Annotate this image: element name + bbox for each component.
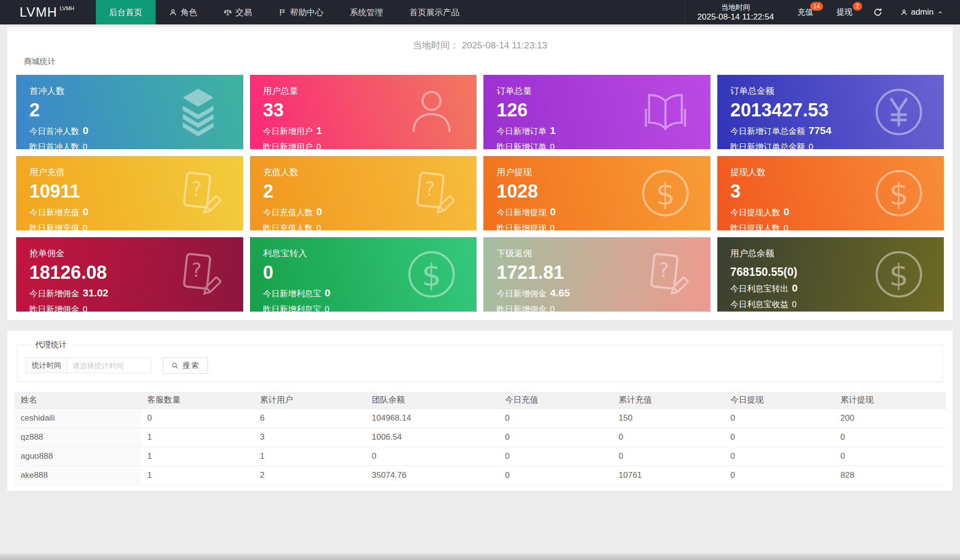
content-local-time: 当地时间： 2025-08-14 11:23:13 (16, 39, 944, 52)
table-row[interactable]: ceshidaili 0 6 104968.14 0 150 0 200 (14, 408, 946, 427)
refresh-icon (873, 7, 883, 17)
nav-system[interactable]: 系统管理 (337, 0, 396, 24)
brand-logo-text: LVMH (20, 5, 57, 20)
cell: 0 (724, 427, 834, 447)
cell: 3 (253, 427, 365, 447)
open-book-icon (639, 86, 692, 138)
refresh-button[interactable] (864, 0, 891, 24)
col-total-users: 累计用户 (253, 392, 365, 408)
cell: 0 (612, 447, 724, 466)
table-row[interactable]: qz888 1 3 1006.54 0 0 0 0 (14, 427, 946, 447)
cell: 828 (834, 466, 946, 485)
stat-card-order-commission: 抢单佣金 18126.08 今日新增佣金31.02 昨日新增佣金0 (16, 237, 243, 312)
top-bar: LVMHLVMH 后台首页 角色 交易 帮助中心 系统管理 首页展示产品 当地时… (0, 0, 960, 24)
document-edit-icon (172, 167, 225, 220)
col-total-withdraw: 累计提现 (834, 392, 946, 408)
stat-card-first-charge-users: 首冲人数 2 今日首冲人数0 昨日首冲人数0 (16, 75, 243, 149)
stat-card-interest-transfer-in: 利息宝转入 0 今日新增利息宝0 昨日新增利息宝0 (250, 237, 477, 312)
user-icon (900, 9, 908, 16)
card-yesterday-line: 昨日新增用户0 (263, 141, 477, 149)
cell: 0 (499, 427, 612, 447)
content-time-value: 2025-08-14 11:23:13 (462, 40, 548, 50)
chevron-up-icon (937, 9, 943, 16)
recharge-badge: 14 (810, 2, 823, 11)
horizontal-scrollbar[interactable] (0, 554, 960, 560)
document-edit-icon (639, 248, 692, 301)
document-edit-icon (405, 167, 458, 220)
nav-system-label: 系统管理 (350, 7, 383, 18)
stat-card-total-orders: 订单总量 126 今日新增订单1 昨日新增订单0 (483, 75, 710, 149)
nav-trade[interactable]: 交易 (210, 0, 265, 24)
agent-legend: 代理统计 (30, 340, 71, 350)
stats-section-title: 商城统计 (24, 57, 944, 67)
table-header-row: 姓名 客服数量 累计用户 团队余额 今日充值 累计充值 今日提现 累计提现 (14, 392, 946, 408)
col-today-recharge: 今日充值 (499, 392, 612, 408)
scales-icon (224, 8, 232, 17)
cell: 0 (834, 427, 946, 447)
cell: 0 (724, 447, 834, 466)
stat-time-group: 统计时间 (25, 358, 151, 373)
nav-home[interactable]: 后台首页 (96, 0, 156, 24)
agent-panel: 代理统计 统计时间 搜索 姓名 客服数量 累计用户 团队余额 今日充值 累 (7, 331, 953, 491)
col-name: 姓名 (14, 392, 141, 408)
cell: 0 (834, 447, 946, 466)
username: admin (911, 7, 934, 17)
header-local-time-value: 2025-08-14 11:22:54 (697, 12, 774, 22)
stat-card-user-recharge: 用户充值 10911 今日新增充值0 昨日新增充值0 (16, 156, 243, 230)
col-team-balance: 团队余额 (366, 392, 499, 408)
brand-logo-sup: LVMH (60, 5, 74, 11)
flag-icon (278, 8, 287, 17)
cell: 6 (253, 408, 365, 427)
card-yesterday-line: 昨日新增利息宝0 (263, 304, 477, 312)
cell: 104968.14 (366, 408, 499, 427)
dollar-circle-icon (639, 167, 692, 220)
stat-card-withdraw-users: 提现人数 3 今日提现人数0 昨日提现人数0 (717, 156, 944, 230)
agent-fieldset: 代理统计 统计时间 搜索 (17, 340, 943, 382)
card-yesterday-line: 昨日新增佣金0 (497, 304, 710, 312)
nav-help-label: 帮助中心 (290, 7, 323, 18)
brand-logo[interactable]: LVMHLVMH (0, 0, 96, 24)
agent-table: 姓名 客服数量 累计用户 团队余额 今日充值 累计充值 今日提现 累计提现 ce… (14, 392, 946, 485)
cell: 200 (834, 408, 946, 427)
cell: 0 (366, 447, 499, 466)
user-menu[interactable]: admin (891, 0, 960, 24)
cell: 0 (612, 427, 724, 447)
nav-homepage-products[interactable]: 首页展示产品 (396, 0, 473, 24)
cell: 1 (141, 466, 253, 485)
nav-roles[interactable]: 角色 (156, 0, 210, 24)
cell-name: ceshidaili (14, 408, 141, 427)
stat-cards-grid: 首冲人数 2 今日首冲人数0 昨日首冲人数0 用户总量 33 今日新增用户1 昨… (16, 75, 944, 312)
agent-filter-row: 统计时间 搜索 (25, 357, 935, 374)
nav-home-label: 后台首页 (109, 7, 142, 18)
layers-icon (172, 86, 225, 138)
col-total-recharge: 累计充值 (612, 392, 724, 408)
withdraw-link[interactable]: 提现 2 (825, 0, 864, 24)
yen-circle-icon (872, 86, 925, 138)
header-local-time: 当地时间 2025-08-14 11:22:54 (685, 0, 786, 24)
recharge-link[interactable]: 充值 14 (786, 0, 825, 24)
main-nav: 后台首页 角色 交易 帮助中心 系统管理 首页展示产品 (96, 0, 473, 24)
table-row[interactable]: aguo888 1 1 0 0 0 0 0 (14, 447, 946, 466)
col-service-count: 客服数量 (141, 392, 253, 408)
stats-panel: 当地时间： 2025-08-14 11:23:13 商城统计 首冲人数 2 今日… (7, 27, 953, 320)
cell-name: ake888 (14, 466, 141, 485)
dollar-circle-icon (872, 248, 925, 301)
header-local-time-label: 当地时间 (697, 2, 774, 12)
stat-time-input[interactable] (67, 358, 151, 373)
withdraw-badge: 2 (853, 2, 862, 11)
nav-help-center[interactable]: 帮助中心 (265, 0, 337, 24)
cell: 0 (499, 408, 612, 427)
stat-card-total-users: 用户总量 33 今日新增用户1 昨日新增用户0 (250, 75, 477, 149)
card-yesterday-line: 昨日新增订单总金额0 (731, 141, 944, 149)
stat-card-sub-rebate: 下级返佣 1721.81 今日新增佣金4.65 昨日新增佣金0 (483, 237, 710, 312)
search-button[interactable]: 搜索 (163, 357, 208, 374)
person-icon (169, 8, 177, 17)
cell: 1 (253, 447, 365, 466)
cell: 0 (724, 466, 834, 485)
dollar-circle-icon (405, 248, 458, 301)
cell: 1 (141, 447, 253, 466)
cell: 1006.54 (366, 427, 499, 447)
table-row[interactable]: ake888 1 2 35074.76 0 10761 0 828 (14, 466, 946, 485)
cell-name: aguo888 (14, 447, 141, 466)
cell: 1 (141, 427, 253, 447)
